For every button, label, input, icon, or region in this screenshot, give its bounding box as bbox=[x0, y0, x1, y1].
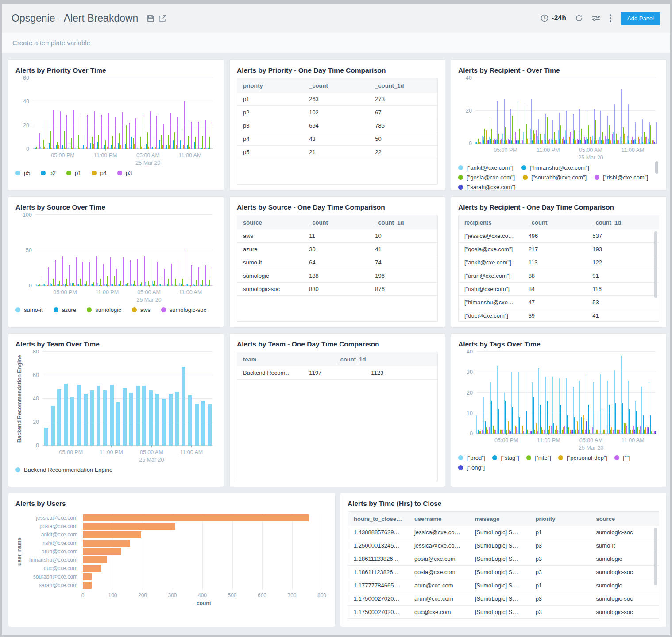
bar bbox=[191, 122, 192, 149]
legend-item[interactable]: p3 bbox=[117, 170, 132, 176]
legend-item[interactable]: sumologic bbox=[87, 307, 121, 313]
bar bbox=[570, 430, 571, 434]
panel-title: Alerts by Users bbox=[15, 500, 328, 508]
table-row: 1.17777784665…arun@cxe.com[SumoLogic] S…… bbox=[348, 579, 659, 592]
bar bbox=[194, 285, 195, 286]
table-cell: Backend Recom… bbox=[237, 369, 303, 376]
table-row: p52122 bbox=[237, 146, 437, 159]
legend-item[interactable]: ["ankit@cxe.com"] bbox=[458, 164, 514, 171]
legend-item[interactable]: ["himanshu@cxe.com"] bbox=[521, 164, 589, 171]
bar bbox=[618, 430, 619, 434]
share-icon[interactable] bbox=[159, 15, 166, 22]
table-header-cell[interactable]: source bbox=[237, 219, 303, 226]
table-cell: p1 bbox=[530, 529, 591, 536]
legend-item[interactable]: p4 bbox=[92, 170, 106, 176]
bar bbox=[152, 147, 153, 149]
bar bbox=[130, 260, 131, 286]
x-axis-tick-label: 11:00 AM bbox=[165, 449, 218, 456]
bar bbox=[200, 148, 201, 149]
table-header-cell[interactable]: _count_1d bbox=[369, 219, 431, 226]
table-header-cell[interactable]: source bbox=[591, 516, 653, 522]
legend-item[interactable]: sumologic-soc bbox=[161, 307, 206, 313]
table-scrollbar-thumb[interactable] bbox=[654, 231, 657, 298]
table-cell: 67 bbox=[369, 109, 431, 116]
bar bbox=[114, 276, 115, 286]
bar bbox=[656, 122, 657, 144]
legend-label: ["long"] bbox=[467, 464, 485, 471]
create-template-variable-link[interactable]: Create a template variable bbox=[12, 39, 90, 47]
bar bbox=[512, 407, 513, 434]
table-header-cell[interactable]: _count_1d bbox=[587, 219, 651, 226]
bar bbox=[542, 140, 543, 144]
table-header-cell[interactable]: _count bbox=[303, 82, 369, 89]
legend-item[interactable]: ["stag"] bbox=[492, 454, 519, 461]
table-header-cell[interactable]: hours_to_close… bbox=[348, 516, 409, 522]
table-cell: azure bbox=[237, 246, 303, 252]
bar bbox=[620, 137, 621, 144]
bar bbox=[67, 285, 68, 286]
add-panel-button[interactable]: Add Panel bbox=[621, 12, 660, 25]
bar bbox=[491, 129, 492, 144]
legend-item[interactable]: sumo-it bbox=[15, 307, 43, 313]
legend-item[interactable]: [""] bbox=[614, 454, 630, 461]
bar bbox=[510, 109, 511, 144]
bar bbox=[158, 148, 159, 149]
bar bbox=[97, 386, 100, 446]
legend-item[interactable]: ["sourabh@cxe.com"] bbox=[523, 174, 587, 181]
bar bbox=[575, 430, 576, 434]
gridline bbox=[36, 214, 213, 215]
x-axis-tick-mark bbox=[105, 149, 106, 151]
bar bbox=[151, 259, 151, 286]
filter-settings-icon[interactable] bbox=[592, 14, 600, 22]
table-header-cell[interactable]: _count_1d bbox=[331, 356, 423, 363]
dashboard-title: Opsgenie - Alert Breakdown bbox=[12, 12, 138, 24]
kebab-menu-icon[interactable] bbox=[609, 14, 612, 23]
bar bbox=[131, 284, 132, 286]
bar bbox=[42, 279, 42, 286]
legend-color-dot bbox=[458, 465, 463, 470]
legend-item[interactable]: ["long"] bbox=[458, 464, 485, 471]
table-cell: 1.17777784665… bbox=[348, 582, 409, 589]
table-header-cell[interactable]: username bbox=[409, 516, 469, 522]
table-row: ["arun@cxe.com"]8891 bbox=[459, 269, 659, 283]
bar bbox=[568, 427, 569, 434]
table-header-row: priority_count_count_1d bbox=[237, 78, 437, 93]
table-header-cell[interactable]: priority bbox=[237, 82, 303, 89]
legend-item[interactable]: p2 bbox=[41, 170, 55, 176]
legend-item[interactable]: ["sarah@cxe.com"] bbox=[458, 184, 516, 190]
legend-item[interactable]: ["rishi@cxe.com"] bbox=[595, 174, 648, 181]
legend-item[interactable]: ["nite"] bbox=[526, 454, 551, 461]
time-range-control[interactable]: -24h bbox=[541, 14, 566, 22]
legend-item[interactable]: azure bbox=[54, 307, 77, 313]
table-header-cell[interactable]: _count bbox=[303, 219, 369, 226]
table-header-cell[interactable]: team bbox=[237, 356, 331, 363]
legend-item[interactable]: ["prod"] bbox=[458, 454, 485, 461]
table-header-cell[interactable]: _count bbox=[523, 219, 587, 226]
bar bbox=[57, 284, 58, 286]
legend-item[interactable]: ["personal-dep"] bbox=[558, 454, 607, 461]
bar bbox=[206, 148, 207, 149]
table-cell: 1197 bbox=[303, 369, 365, 376]
legend-item[interactable]: aws bbox=[132, 307, 151, 313]
refresh-icon[interactable] bbox=[575, 14, 583, 22]
table-scrollbar-thumb[interactable] bbox=[654, 528, 657, 585]
save-icon[interactable] bbox=[147, 15, 154, 22]
gridline bbox=[43, 445, 213, 446]
table-header-cell[interactable]: message bbox=[469, 516, 530, 522]
legend-item[interactable]: ["gosia@cxe.com"] bbox=[458, 174, 515, 181]
table-header-cell[interactable]: priority bbox=[530, 516, 591, 522]
bar bbox=[632, 430, 633, 434]
x-axis-tick-mark bbox=[71, 446, 71, 447]
table-header-cell[interactable]: recipients bbox=[459, 219, 523, 226]
legend-scrollbar-thumb[interactable] bbox=[655, 161, 658, 174]
table-header-cell[interactable]: _count_1d bbox=[369, 82, 431, 89]
bar bbox=[119, 133, 120, 149]
bar bbox=[571, 430, 572, 434]
bar bbox=[147, 132, 148, 149]
legend-item[interactable]: p1 bbox=[66, 170, 81, 176]
legend-item[interactable]: Backend Recommendation Engine bbox=[15, 466, 112, 473]
bar bbox=[83, 556, 107, 563]
clock-icon bbox=[541, 14, 548, 22]
legend-item[interactable]: p5 bbox=[15, 170, 30, 176]
bar bbox=[581, 417, 582, 434]
